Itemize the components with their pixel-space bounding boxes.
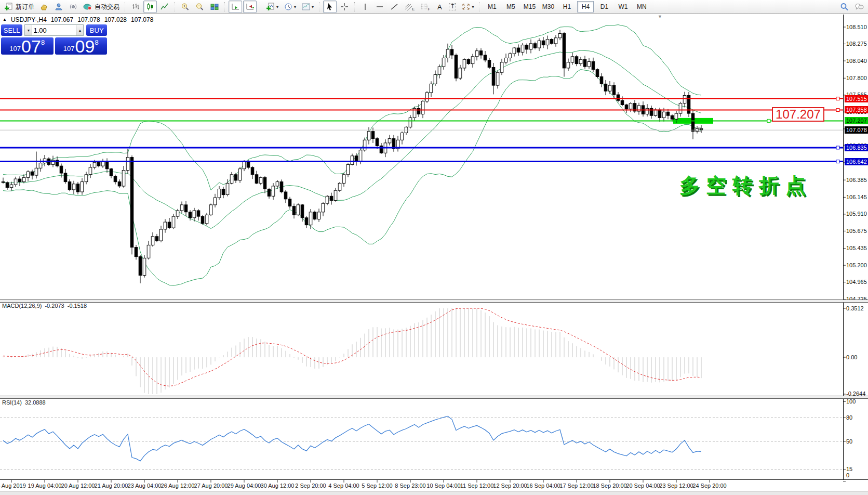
tab-timeframe-h1[interactable]: H1: [558, 1, 575, 12]
price-annotation-box[interactable]: 107.207: [772, 107, 824, 122]
tab-timeframe-m30[interactable]: M30: [540, 1, 556, 12]
community-button[interactable]: [52, 1, 65, 13]
macd-signal-value: -0.1518: [68, 303, 87, 309]
macd-histogram: [3, 308, 701, 394]
signals-button[interactable]: [66, 1, 80, 13]
collapse-panel-icon[interactable]: ▲: [3, 17, 7, 23]
zoom-in-icon: [181, 3, 190, 11]
time-tick-label: 20 Aug 12:00: [61, 483, 95, 489]
candle-chart-button[interactable]: [143, 1, 157, 13]
candles-layer: [2, 30, 703, 283]
chevron-down-icon[interactable]: ▾: [472, 5, 474, 9]
clock-icon: [284, 3, 293, 11]
rsi-pane[interactable]: [0, 416, 843, 469]
window-bottom-edge: [0, 491, 868, 495]
rsi-tick-label: 80: [846, 414, 852, 421]
volume-stepper: ▼ ▲: [24, 24, 84, 36]
tab-timeframe-w1[interactable]: W1: [615, 1, 631, 12]
macd-pane[interactable]: [3, 308, 701, 394]
time-axis-line: [0, 479, 868, 480]
auto-trading-button[interactable]: 自动交易: [81, 1, 122, 13]
chart-shift-button[interactable]: [243, 1, 257, 13]
text-label-button[interactable]: T: [447, 1, 458, 13]
sell-price-prefix: 107: [9, 45, 21, 53]
sell-price-panel[interactable]: 107 07 8: [1, 37, 54, 55]
sell-button[interactable]: SELL: [1, 24, 22, 36]
auto-trading-label: 自动交易: [95, 3, 119, 11]
buy-price-big: 09: [75, 38, 95, 54]
indicators-button[interactable]: ▾: [264, 1, 281, 13]
buy-price-panel[interactable]: 107 09 8: [55, 37, 108, 55]
macd-tick-label: 0.3512: [846, 305, 864, 311]
sell-price-sup: 8: [41, 38, 45, 46]
time-tick-label: 21 Aug 20:00: [95, 483, 128, 489]
volume-input[interactable]: [32, 25, 76, 35]
zoom-in-button[interactable]: [179, 1, 192, 13]
volume-increase-button[interactable]: ▲: [76, 25, 83, 35]
pane-splitter-macd[interactable]: [0, 299, 868, 303]
line-chart-button[interactable]: [158, 1, 171, 13]
templates-button[interactable]: ▾: [299, 1, 316, 13]
price-tick-label: 105.675: [846, 228, 867, 234]
chart-shift-marker-icon[interactable]: ▼: [658, 14, 662, 19]
grid-button[interactable]: F: [418, 1, 432, 13]
search-icon[interactable]: [840, 3, 849, 11]
periods-button[interactable]: ▾: [282, 1, 298, 13]
chart-canvas[interactable]: [0, 0, 868, 495]
vertical-line-button[interactable]: [358, 1, 372, 13]
toolbar-separator: [224, 2, 225, 11]
main-pane[interactable]: [0, 25, 843, 285]
tab-timeframe-d1[interactable]: D1: [596, 1, 612, 12]
current-price-label: 107.078: [845, 126, 868, 134]
time-tick-label: 19 Aug 04:00: [28, 483, 62, 489]
buy-button[interactable]: BUY: [86, 24, 107, 36]
new-order-button[interactable]: 新订单: [2, 1, 36, 13]
tab-timeframe-h4[interactable]: H4: [577, 1, 594, 12]
chevron-down-icon[interactable]: ▾: [294, 5, 296, 9]
tab-timeframe-m15[interactable]: M15: [521, 1, 538, 12]
fibonacci-button[interactable]: E: [402, 1, 417, 13]
arrows-button[interactable]: ▾: [459, 1, 476, 13]
symbol-title: USDJPY-,H4: [11, 16, 47, 23]
horizontal-line-button[interactable]: [373, 1, 386, 13]
time-tick-label: 29 Aug 04:00: [228, 483, 261, 489]
bar-chart-button[interactable]: [129, 1, 142, 13]
text-label-icon: T: [449, 3, 456, 10]
time-tick-label: 5 Sep 12:00: [362, 483, 392, 489]
chat-icon[interactable]: [854, 3, 864, 11]
tab-timeframe-m1[interactable]: M1: [484, 1, 500, 12]
volume-decrease-button[interactable]: ▼: [25, 25, 32, 35]
crosshair-icon: [340, 3, 349, 11]
cursor-button[interactable]: [323, 1, 337, 13]
one-click-trading-panel: SELL ▼ ▲ BUY 107 07 8 107 09 8: [1, 24, 107, 55]
tile-windows-button[interactable]: [208, 1, 221, 13]
fibonacci-letter: E: [412, 7, 415, 11]
tab-timeframe-mn[interactable]: MN: [633, 1, 650, 12]
price-tick-label: 107.800: [846, 75, 867, 81]
chevron-down-icon[interactable]: ▾: [312, 5, 314, 9]
indicators-icon: [266, 3, 275, 11]
time-tick-label: 23 Sep 12:00: [659, 483, 693, 489]
crosshair-button[interactable]: [338, 1, 351, 13]
hline-price-label: 107.358: [845, 106, 868, 113]
trendline-button[interactable]: [388, 1, 401, 13]
chevron-down-icon[interactable]: ▾: [276, 5, 278, 9]
hline-price-label: 106.835: [845, 144, 868, 151]
time-tick-label: 2 Sep 20:00: [295, 483, 326, 489]
price-tick-label: 108.275: [846, 41, 867, 47]
price-tick-label: 104.965: [846, 279, 867, 285]
mt4-terminal: { "toolbar": { "new_order_label": "新订单",…: [0, 0, 868, 495]
time-tick-label: 8 Sep 23:00: [395, 483, 425, 489]
time-tick-label: 26 Aug 12:00: [161, 483, 195, 489]
text-button[interactable]: A: [433, 1, 446, 13]
macd-header: MACD(12,26,9) -0.2073 -0.1518: [2, 303, 87, 309]
time-tick-label: 18 Sep 20:00: [593, 483, 626, 489]
tab-timeframe-m5[interactable]: M5: [502, 1, 519, 12]
pane-splitter-rsi[interactable]: [0, 396, 868, 399]
market-watch-button[interactable]: [37, 1, 51, 13]
rsi-header: RSI(14) 32.0888: [2, 399, 46, 406]
vline-icon: [360, 3, 370, 11]
price-tick-label: 105.200: [846, 262, 867, 268]
zoom-out-button[interactable]: [193, 1, 207, 13]
auto-scroll-button[interactable]: [229, 1, 242, 13]
